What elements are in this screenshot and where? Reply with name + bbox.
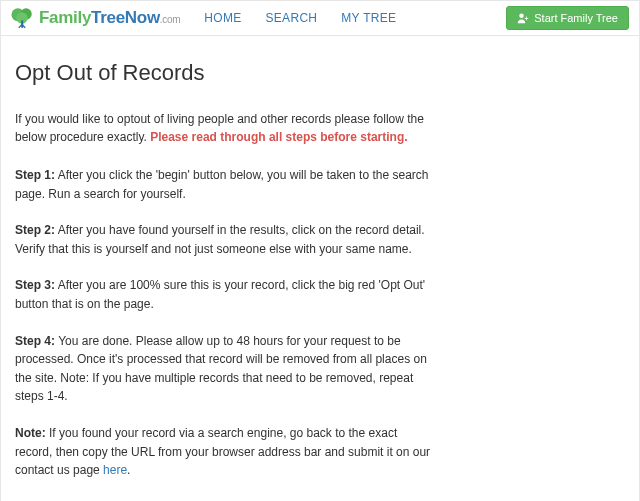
header: FamilyTreeNow.com HOME SEARCH MY TREE St… xyxy=(1,1,639,36)
logo[interactable]: FamilyTreeNow.com xyxy=(9,5,180,31)
step-2: Step 2: After you have found yourself in… xyxy=(15,221,435,258)
step-1: Step 1: After you click the 'begin' butt… xyxy=(15,166,435,203)
nav-mytree[interactable]: MY TREE xyxy=(341,11,396,25)
start-button-label: Start Family Tree xyxy=(534,12,618,24)
logo-text: FamilyTreeNow.com xyxy=(39,8,180,28)
main-content: Opt Out of Records If you would like to … xyxy=(1,36,639,501)
nav: HOME SEARCH MY TREE xyxy=(204,11,396,25)
svg-rect-3 xyxy=(21,20,23,27)
nav-home[interactable]: HOME xyxy=(204,11,241,25)
nav-search[interactable]: SEARCH xyxy=(266,11,318,25)
page-title: Opt Out of Records xyxy=(15,60,625,86)
step-3: Step 3: After you are 100% sure this is … xyxy=(15,276,435,313)
intro-warning: Please read through all steps before sta… xyxy=(150,130,407,144)
intro-paragraph: If you would like to optout of living pe… xyxy=(15,110,435,146)
note-paragraph: Note: If you found your record via a sea… xyxy=(15,424,435,480)
step-4: Step 4: You are done. Please allow up to… xyxy=(15,332,435,406)
tree-icon xyxy=(9,5,35,31)
user-plus-icon xyxy=(517,12,529,24)
contact-here-link[interactable]: here xyxy=(103,463,127,477)
start-family-tree-button[interactable]: Start Family Tree xyxy=(506,6,629,30)
